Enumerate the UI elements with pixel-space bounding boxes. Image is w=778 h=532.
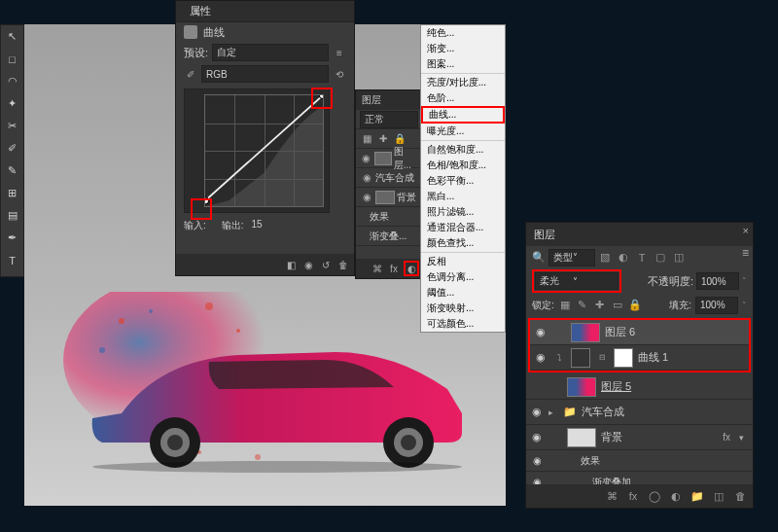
small-layer-row[interactable]: ◉汽车合成 <box>356 168 422 188</box>
filter-shape-icon[interactable]: ▢ <box>654 251 667 265</box>
layer-row-folder[interactable]: ◉ ▸ 📁 汽车合成 <box>526 400 753 425</box>
eye-icon[interactable]: ◉ <box>534 326 548 338</box>
menu-exposure[interactable]: 曝光度... <box>421 124 505 139</box>
new-group-icon[interactable]: 📁 <box>690 489 704 503</box>
lock-position-icon[interactable]: ✚ <box>376 132 390 146</box>
eye-icon[interactable]: ◉ <box>534 351 548 364</box>
delete-icon[interactable]: 🗑 <box>733 489 747 503</box>
search-icon[interactable]: 🔍 <box>532 251 546 265</box>
mask-icon[interactable]: ◯ <box>648 489 661 503</box>
lock-artboard-icon[interactable]: ▭ <box>611 299 624 312</box>
link-icon[interactable]: ⌘ <box>371 262 384 275</box>
tool-lasso[interactable]: ◠ <box>1 70 23 92</box>
blend-mode-dropdown[interactable]: 柔光 ˅ <box>535 272 619 290</box>
layer-name[interactable]: 曲线 1 <box>638 350 745 365</box>
new-adjustment-icon[interactable]: ◐ <box>406 262 417 275</box>
fx-icon[interactable]: fx <box>626 489 640 503</box>
channel-dropdown[interactable]: RGB <box>201 65 329 83</box>
eye-icon[interactable]: ◉ <box>530 431 544 443</box>
panel-close-icon[interactable]: × <box>743 225 749 236</box>
adjustment-thumbnail[interactable] <box>571 348 590 368</box>
menu-selective-color[interactable]: 可选颜色... <box>421 316 505 332</box>
menu-bw[interactable]: 黑白... <box>421 189 505 204</box>
eye-icon[interactable]: ◉ <box>360 152 372 165</box>
eye-icon[interactable]: ◉ <box>360 191 373 204</box>
fill-input[interactable]: 100% <box>695 297 738 314</box>
curves-graph[interactable] <box>184 89 330 213</box>
layers-tab[interactable]: 图层 <box>534 228 555 242</box>
tool-gradient[interactable]: ▤ <box>1 204 23 227</box>
menu-gradient-map[interactable]: 渐变映射... <box>421 301 505 316</box>
lock-transparent-icon[interactable]: ▦ <box>558 299 572 312</box>
layers-panel-header[interactable]: 图层 × <box>526 223 753 246</box>
layer-thumbnail[interactable] <box>567 377 596 397</box>
menu-color-lookup[interactable]: 颜色查找... <box>421 235 505 251</box>
small-layer-row[interactable]: 渐变叠... <box>356 227 422 246</box>
layer-name[interactable]: 汽车合成 <box>582 405 749 419</box>
tool-eyedropper[interactable]: ✐ <box>1 137 23 160</box>
small-layer-row[interactable]: ◉图层... <box>356 149 422 168</box>
menu-photo-filter[interactable]: 照片滤镜... <box>421 204 505 220</box>
link-mask-icon[interactable]: ⊟ <box>595 351 609 365</box>
layer-name[interactable]: 背景 <box>601 430 718 444</box>
menu-levels[interactable]: 色阶... <box>421 90 505 106</box>
menu-color-balance[interactable]: 色彩平衡... <box>421 173 505 189</box>
tool-marquee[interactable]: □ <box>1 48 23 70</box>
tool-wand[interactable]: ✦ <box>1 92 23 115</box>
layer-row[interactable]: ◉ 图层 6 <box>530 320 749 345</box>
tool-brush[interactable]: ✎ <box>1 160 23 182</box>
layer-row[interactable]: ◉ 背景 fx ▾ <box>526 425 753 450</box>
menu-invert[interactable]: 反相 <box>421 254 505 269</box>
tool-move[interactable]: ↖ <box>1 25 23 48</box>
menu-channel-mixer[interactable]: 通道混合器... <box>421 220 505 235</box>
eye-icon[interactable]: ◉ <box>530 455 544 466</box>
filter-text-icon[interactable]: T <box>635 251 649 265</box>
menu-solid-color[interactable]: 纯色... <box>421 25 505 41</box>
menu-brightness[interactable]: 亮度/对比度... <box>421 75 505 90</box>
menu-gradient[interactable]: 渐变... <box>421 41 505 56</box>
chevron-down-icon[interactable]: ˅ <box>742 301 747 310</box>
small-layer-row[interactable]: 效果 <box>356 207 422 227</box>
view-previous-icon[interactable]: ◉ <box>301 258 315 271</box>
lock-all-icon[interactable]: 🔒 <box>393 132 407 146</box>
eye-icon[interactable]: ◉ <box>360 171 373 185</box>
fx-icon[interactable]: fx <box>387 262 401 275</box>
chevron-down-icon[interactable]: ˅ <box>742 276 747 286</box>
lock-pixels-icon[interactable]: ▦ <box>360 132 373 146</box>
layer-row[interactable]: 图层 5 <box>526 374 753 400</box>
eye-icon[interactable]: ◉ <box>530 406 544 418</box>
properties-tab[interactable]: 属性 <box>184 4 217 18</box>
folder-collapse-icon[interactable]: ▸ <box>548 408 558 417</box>
filter-type-dropdown[interactable]: 类型 ˅ <box>548 249 595 266</box>
tool-crop[interactable]: ✂ <box>1 115 23 137</box>
layer-name[interactable]: 图层 5 <box>601 379 749 394</box>
menu-posterize[interactable]: 色调分离... <box>421 269 505 285</box>
link-layers-icon[interactable]: ⌘ <box>605 489 619 503</box>
layers-small-title[interactable]: 图层 <box>362 93 381 107</box>
layer-thumbnail[interactable] <box>571 323 600 342</box>
blend-mode-small[interactable]: 正常 <box>360 111 418 128</box>
new-layer-icon[interactable]: ◫ <box>712 489 725 503</box>
menu-curves[interactable]: 曲线... <box>421 106 505 124</box>
layer-effect-row[interactable]: ◉ 效果 <box>526 450 753 472</box>
trash-icon[interactable]: 🗑 <box>336 258 350 271</box>
lock-all-icon[interactable]: 🔒 <box>628 299 642 312</box>
tool-stamp[interactable]: ⊞ <box>1 182 23 204</box>
filter-pixel-icon[interactable]: ▧ <box>598 251 612 265</box>
menu-hue[interactable]: 色相/饱和度... <box>421 158 505 173</box>
adjustment-icon[interactable]: ◐ <box>669 489 683 503</box>
lock-pixels-icon[interactable]: ✎ <box>576 299 589 312</box>
preset-dropdown[interactable]: 自定 <box>212 44 329 61</box>
layer-row[interactable]: ◉ ⤵ ⊟ 曲线 1 <box>530 345 749 371</box>
clip-icon[interactable]: ◧ <box>284 258 298 271</box>
reset-icon[interactable]: ↺ <box>319 258 333 271</box>
lock-position-icon[interactable]: ✚ <box>593 299 607 312</box>
menu-vibrance[interactable]: 自然饱和度... <box>421 142 505 158</box>
properties-panel-header[interactable]: 属性 <box>176 1 354 22</box>
opacity-input[interactable]: 100% <box>696 272 739 290</box>
tool-text[interactable]: T <box>1 249 23 271</box>
panel-menu-icon[interactable]: ≡ <box>742 246 749 260</box>
tool-pen[interactable]: ✒ <box>1 227 23 249</box>
auto-button[interactable]: ⟲ <box>333 67 346 81</box>
filter-smart-icon[interactable]: ◫ <box>672 251 686 265</box>
